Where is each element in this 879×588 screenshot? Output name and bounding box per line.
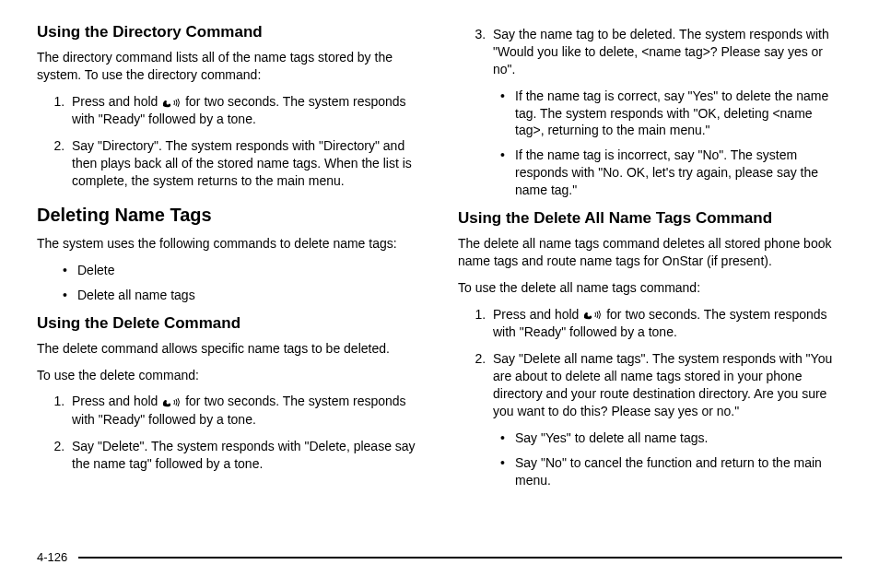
ordered-list: Press and hold for two seconds. The syst… bbox=[458, 306, 842, 420]
text: Press and hold bbox=[72, 94, 161, 109]
list-item: Delete all name tags bbox=[63, 287, 421, 304]
text: Press and hold bbox=[72, 394, 161, 408]
list-item: If the name tag is correct, say "Yes" to… bbox=[500, 88, 842, 140]
ordered-list: Press and hold for two seconds. The syst… bbox=[37, 93, 421, 190]
paragraph: The delete command allows specific name … bbox=[37, 340, 421, 358]
page-footer: 4-126 bbox=[37, 549, 842, 566]
ordered-list: Say the name tag to be deleted. The syst… bbox=[458, 26, 842, 78]
ordered-list: Press and hold for two seconds. The syst… bbox=[37, 393, 421, 472]
paragraph: To use the delete all name tags command: bbox=[458, 279, 842, 297]
list-item: Press and hold for two seconds. The syst… bbox=[68, 393, 421, 429]
bullet-list: Delete Delete all name tags bbox=[37, 262, 421, 304]
heading-directory-command: Using the Directory Command bbox=[37, 22, 421, 43]
page-columns: Using the Directory Command The director… bbox=[37, 22, 842, 538]
list-item: Say the name tag to be deleted. The syst… bbox=[489, 26, 842, 78]
heading-delete-all-command: Using the Delete All Name Tags Command bbox=[458, 208, 842, 229]
paragraph: The system uses the following commands t… bbox=[37, 235, 421, 253]
left-column: Using the Directory Command The director… bbox=[37, 22, 421, 538]
list-item: Say "Delete". The system responds with "… bbox=[68, 438, 421, 473]
bullet-list: Say "Yes" to delete all name tags. Say "… bbox=[458, 429, 842, 489]
paragraph: To use the delete command: bbox=[37, 367, 421, 384]
footer-rule bbox=[78, 557, 842, 559]
phone-voice-icon bbox=[582, 307, 606, 322]
list-item: Press and hold for two seconds. The syst… bbox=[489, 306, 842, 342]
heading-delete-command: Using the Delete Command bbox=[37, 313, 421, 335]
paragraph: The delete all name tags command deletes… bbox=[458, 235, 842, 270]
page-number: 4-126 bbox=[37, 549, 67, 566]
paragraph: The directory command lists all of the n… bbox=[37, 49, 421, 84]
phone-voice-icon bbox=[161, 95, 185, 110]
list-item: Say "Yes" to delete all name tags. bbox=[500, 429, 842, 447]
phone-voice-icon bbox=[161, 394, 185, 409]
list-item: Press and hold for two seconds. The syst… bbox=[68, 93, 421, 129]
list-item: If the name tag is incorrect, say "No". … bbox=[500, 147, 842, 199]
bullet-list: If the name tag is correct, say "Yes" to… bbox=[458, 88, 842, 199]
list-item: Delete bbox=[63, 262, 421, 279]
heading-deleting-name-tags: Deleting Name Tags bbox=[37, 203, 421, 228]
text: Press and hold bbox=[493, 307, 582, 322]
right-column: Say the name tag to be deleted. The syst… bbox=[458, 22, 842, 538]
list-item: Say "Directory". The system responds wit… bbox=[68, 137, 421, 190]
list-item: Say "No" to cancel the function and retu… bbox=[500, 454, 842, 489]
list-item: Say "Delete all name tags". The system r… bbox=[489, 350, 842, 420]
